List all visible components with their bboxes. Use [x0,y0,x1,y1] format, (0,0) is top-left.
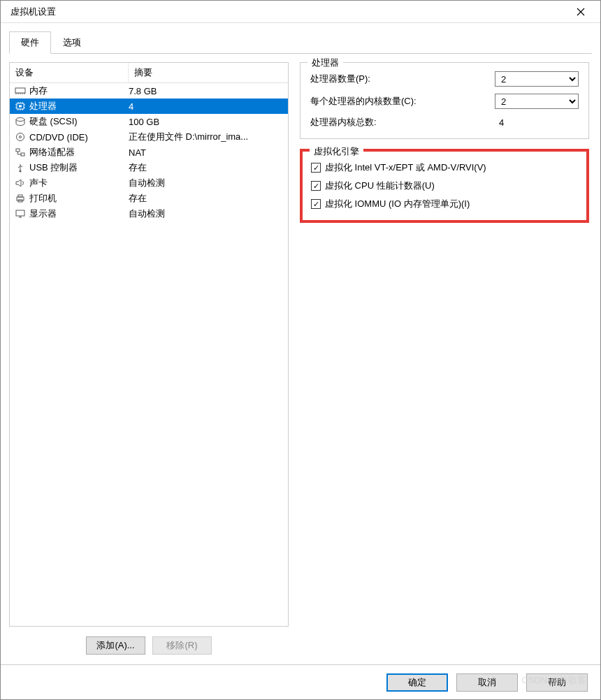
device-row[interactable]: 处理器4 [10,99,288,114]
disk-icon [14,116,27,127]
device-summary: 7.8 GB [129,86,284,96]
device-row[interactable]: 硬盘 (SCSI)100 GB [10,114,288,129]
device-name: 硬盘 (SCSI) [29,115,129,128]
vt-checkbox[interactable] [311,163,321,173]
device-name: 处理器 [29,100,129,112]
device-row[interactable]: CD/DVD (IDE)正在使用文件 D:\mirror_ima... [10,129,288,145]
device-name: 网络适配器 [29,146,129,159]
svg-point-3 [16,118,24,122]
iommu-checkbox[interactable] [311,199,321,209]
memory-icon [14,85,27,96]
vt-label: 虚拟化 Intel VT-x/EPT 或 AMD-V/RVI(V) [325,161,486,174]
device-row[interactable]: 网络适配器NAT [10,145,288,160]
processor-count-label: 处理器数量(P): [310,73,495,85]
remove-button[interactable]: 移除(R) [152,636,212,655]
svg-point-4 [17,133,24,141]
device-row[interactable]: USB 控制器存在 [10,160,288,175]
footer: 确定 取消 帮助 [1,664,600,699]
device-name: 打印机 [29,192,129,205]
dialog-body: 硬件 选项 设备 摘要 内存7.8 GB处理器4硬盘 (SCSI)100 GBC… [1,23,600,664]
cancel-button[interactable]: 取消 [456,673,518,692]
display-icon [14,208,27,219]
device-row[interactable]: 声卡自动检测 [10,175,288,191]
device-summary: 4 [129,101,284,112]
device-summary: 100 GB [129,117,284,127]
usb-icon [14,162,27,173]
device-name: CD/DVD (IDE) [29,132,129,143]
device-row[interactable]: 内存7.8 GB [10,83,288,99]
processor-cores-select[interactable]: 2 [495,94,579,109]
device-summary: 正在使用文件 D:\mirror_ima... [129,131,284,143]
processor-count-select[interactable]: 2 [495,71,579,87]
close-icon [577,8,585,16]
detail-panel: 处理器 处理器数量(P): 2 每个处理器的内核数量(C): 2 处理器内核总数… [300,62,592,627]
device-summary: NAT [129,147,284,158]
svg-rect-0 [15,88,25,93]
tabs: 硬件 选项 [9,31,592,54]
tab-hardware[interactable]: 硬件 [9,31,51,54]
svg-rect-6 [16,149,20,152]
processor-cores-label: 每个处理器的内核数量(C): [310,95,495,108]
device-name: 声卡 [29,177,129,189]
processor-total-label: 处理器内核总数: [310,116,495,129]
device-summary: 存在 [129,161,284,174]
virtualization-group-title: 虚拟化引擎 [310,145,363,158]
svg-rect-7 [21,153,24,156]
svg-rect-12 [16,210,24,216]
device-name: 显示器 [29,207,129,220]
processor-group-title: 处理器 [307,57,343,69]
list-header: 设备 摘要 [10,63,288,83]
processor-group: 处理器 处理器数量(P): 2 每个处理器的内核数量(C): 2 处理器内核总数… [300,62,589,139]
perf-checkbox[interactable] [311,181,321,191]
network-icon [14,147,27,158]
cpu-icon [14,101,27,112]
iommu-label: 虚拟化 IOMMU (IO 内存管理单元)(I) [325,198,470,210]
window-title: 虚拟机设置 [10,6,56,18]
content: 设备 摘要 内存7.8 GB处理器4硬盘 (SCSI)100 GBCD/DVD … [9,54,592,627]
col-device[interactable]: 设备 [10,63,129,82]
vm-settings-window: 虚拟机设置 硬件 选项 设备 摘要 内存7.8 GB处理器4硬盘 (SCSI)1… [0,0,601,700]
svg-rect-2 [19,105,22,108]
titlebar: 虚拟机设置 [1,1,600,23]
device-summary: 自动检测 [129,177,284,189]
cd-icon [14,131,27,143]
printer-icon [14,193,27,204]
device-summary: 自动检测 [129,207,284,220]
close-button[interactable] [567,1,595,22]
ok-button[interactable]: 确定 [386,673,448,692]
perf-label: 虚拟化 CPU 性能计数器(U) [325,180,435,192]
svg-point-5 [20,136,22,138]
tab-options[interactable]: 选项 [51,31,93,54]
help-button[interactable]: 帮助 [526,673,588,692]
device-name: USB 控制器 [29,161,129,174]
add-button[interactable]: 添加(A)... [86,636,145,655]
svg-rect-10 [18,195,22,197]
col-summary[interactable]: 摘要 [129,63,288,82]
processor-total-value: 4 [495,117,579,128]
device-row[interactable]: 打印机存在 [10,191,288,206]
device-row[interactable]: 显示器自动检测 [10,206,288,221]
device-panel: 设备 摘要 内存7.8 GB处理器4硬盘 (SCSI)100 GBCD/DVD … [9,62,289,627]
device-name: 内存 [29,85,129,97]
device-summary: 存在 [129,192,284,205]
virtualization-group: 虚拟化引擎 虚拟化 Intel VT-x/EPT 或 AMD-V/RVI(V) … [300,149,589,223]
sound-icon [14,177,27,189]
device-list: 内存7.8 GB处理器4硬盘 (SCSI)100 GBCD/DVD (IDE)正… [10,83,288,626]
